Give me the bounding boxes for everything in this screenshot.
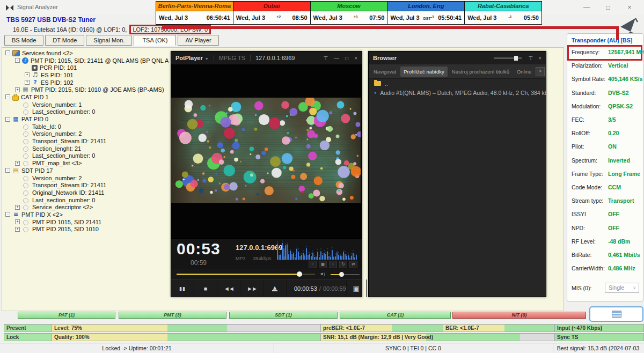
tab-signal-mon-[interactable]: Signal Mon.	[86, 35, 132, 46]
volume-handle[interactable]	[339, 272, 344, 277]
tree-item[interactable]: +▦PMT PID: 2015, SID: 1010 @ JOE AMS (BP…	[4, 86, 169, 93]
tree-item[interactable]: +Version_number: 1	[4, 101, 169, 108]
transponder-value: 405,146 KS/s	[608, 76, 642, 82]
tree-item[interactable]: -Services found <2>	[4, 49, 169, 57]
tree-item-label: PMT PID: 2015, SID: 1010 @ JOE AMS (BP-A…	[31, 86, 164, 93]
shuffle-icon[interactable]: ⇄	[349, 261, 357, 268]
tab-tsa-ok-[interactable]: TSA (OK)	[134, 35, 176, 46]
tree-item[interactable]: +Transport_Stream ID: 21411	[4, 181, 169, 189]
browser-titlebar[interactable]: Browser ⊤×	[369, 52, 546, 64]
browser-tab[interactable]: Online	[514, 67, 535, 77]
browser-tab[interactable]: Nástroj procházení titulků	[449, 67, 513, 77]
potplayer-titlebar[interactable]: PotPlayer ▼ MPEG TS 127.0.0.1:6969 ⊤—□×	[171, 52, 362, 64]
close-icon[interactable]: ×	[538, 55, 541, 61]
folder-up-item[interactable]: ..	[369, 79, 546, 88]
close-icon[interactable]: ×	[354, 55, 357, 61]
maximize-button[interactable]: □	[600, 2, 616, 13]
browser-slider[interactable]	[494, 57, 522, 59]
chevron-right-icon[interactable]: >	[536, 67, 545, 76]
transponder-value: DVB-S2	[608, 90, 629, 96]
audio-track-item[interactable]: ● Audio #1(QNL AMS) – Dutch, MPEG Audio,…	[369, 88, 546, 97]
record-table-button[interactable]	[589, 306, 643, 322]
tree-expander[interactable]: -	[5, 94, 10, 99]
seek-bar[interactable]	[177, 274, 315, 275]
snapshot-icon[interactable]: ▣	[319, 261, 327, 268]
seek-handle[interactable]	[297, 271, 302, 277]
tree-item[interactable]: +Transport_Stream ID: 21411	[4, 137, 169, 145]
transponder-label: NPD:	[572, 225, 585, 231]
tree-item[interactable]: +Last_section_number: 0	[4, 108, 169, 116]
clock-widget[interactable]: Berlin-Paris-Vienna-RomaWed, Jul 306:50:…	[156, 2, 233, 24]
tree-expander[interactable]: +	[15, 219, 20, 224]
tree-item[interactable]: -▤SDT PID 17	[4, 167, 169, 174]
previous-button[interactable]: ◄◄	[217, 280, 240, 297]
tree-item[interactable]: +Original_Network ID: 21411	[4, 189, 169, 196]
tab-bs-mode[interactable]: BS Mode	[4, 35, 43, 46]
tree-item[interactable]: +♬ES PID: 101	[4, 71, 169, 79]
frame-button[interactable]: ▣	[346, 280, 366, 297]
tree-expander[interactable]: +	[15, 161, 20, 166]
tree-item[interactable]: +Table_Id: 0	[4, 123, 169, 130]
tree-item[interactable]: +PMT PID 1015, SID 21411	[4, 218, 169, 226]
tree-expander[interactable]: -	[5, 50, 10, 55]
maximize-icon[interactable]: □	[345, 55, 348, 61]
chevron-down-icon: ▼	[205, 57, 209, 61]
tree-expander[interactable]: -	[5, 117, 10, 122]
minimize-icon[interactable]: —	[334, 55, 339, 61]
tab-av-player[interactable]: AV Player	[178, 35, 218, 46]
tree-expander[interactable]: -	[15, 58, 20, 63]
tree-item[interactable]: -CAT PID 1	[4, 93, 169, 101]
clock-offset-sup: +2	[276, 15, 281, 19]
tab-dt-mode[interactable]: DT Mode	[45, 35, 84, 46]
transport-buttons: ▮▮■◄◄►►▲	[171, 280, 287, 297]
tree-expander[interactable]: +	[15, 227, 20, 232]
clock-offset: DST-1	[420, 15, 438, 20]
tree-item[interactable]: +?ES PID: 102	[4, 79, 169, 86]
mis-value: Single	[609, 284, 624, 291]
tree-item[interactable]: +Version_number: 2	[4, 130, 169, 138]
next-button[interactable]: ►►	[240, 280, 264, 297]
tree-expander[interactable]: +	[15, 87, 20, 92]
close-button[interactable]: ×	[621, 2, 638, 13]
tree-expander[interactable]: -	[5, 212, 10, 217]
pin-icon[interactable]: ⊤	[528, 55, 533, 61]
potplayer-menu[interactable]: PotPlayer	[175, 55, 203, 61]
tree-expander[interactable]: +	[15, 205, 20, 210]
tree-item[interactable]: +Last_section_number: 0	[4, 196, 169, 204]
tree-item[interactable]: +Service_descriptor <2>	[4, 203, 169, 211]
tree-item[interactable]: +▪PCR PID: 101	[4, 64, 169, 71]
pin-icon[interactable]: ⊤	[323, 55, 328, 61]
time-readout: 00:00:53 / 00:00:59	[294, 280, 346, 297]
clock-widget[interactable]: MoscowWed, Jul 3+107:50	[311, 2, 388, 24]
transponder-label: Standard:	[572, 90, 596, 96]
loop-icon[interactable]: ↻	[339, 261, 347, 268]
tree-item[interactable]: +Version_number: 2	[4, 174, 169, 182]
browser-tab[interactable]: Prohlížeč nabídky	[400, 67, 448, 77]
tree-item[interactable]: +Last_section_number: 0	[4, 152, 169, 160]
tree-item[interactable]: -♪PMT PID: 1015, SID: 21411 @ QNL AMS (B…	[4, 57, 169, 64]
clock-widget[interactable]: London, EngWed, Jul 3DST-105:50:41	[387, 2, 465, 24]
tree-expander[interactable]: +	[25, 80, 30, 85]
transponder-row: Frame Type:Long Frame	[569, 169, 640, 180]
volume-slider[interactable]	[331, 274, 360, 275]
tree-item[interactable]: +PMT_map_list <3>	[4, 159, 169, 167]
browser-tab[interactable]: Navigovat	[370, 67, 399, 77]
tree-item[interactable]: -≡PMT PID X <2>	[4, 211, 169, 218]
clock-time: 05:50	[524, 14, 539, 21]
clock-widget[interactable]: Rabat-CasablancaWed, Jul 3-105:50	[465, 2, 541, 24]
transponder-panel: Transponder (AU) [BS] Frequency:12567,94…	[567, 33, 643, 301]
tree-item[interactable]: -▦PAT PID 0	[4, 115, 169, 123]
tree-expander[interactable]: -	[5, 168, 10, 173]
minimize-button[interactable]: —	[579, 2, 595, 13]
stop-button[interactable]: ■	[194, 280, 217, 297]
pause-button[interactable]: ▮▮	[171, 280, 194, 297]
clock-widget[interactable]: DubaiWed, Jul 3+208:50	[233, 2, 311, 24]
tree-item[interactable]: +Section_lenght: 21	[4, 145, 169, 152]
mis-dropdown[interactable]: Single ∨	[605, 283, 639, 293]
codec-label: MP2	[236, 256, 246, 261]
bookmark-icon[interactable]: ▫	[309, 261, 317, 268]
subtitle-icon[interactable]: ▫	[329, 261, 337, 268]
tree-expander[interactable]: +	[25, 72, 30, 77]
eject-button[interactable]: ▲	[264, 280, 287, 297]
tree-item[interactable]: +PMT PID 2015, SID 1010	[4, 226, 169, 233]
